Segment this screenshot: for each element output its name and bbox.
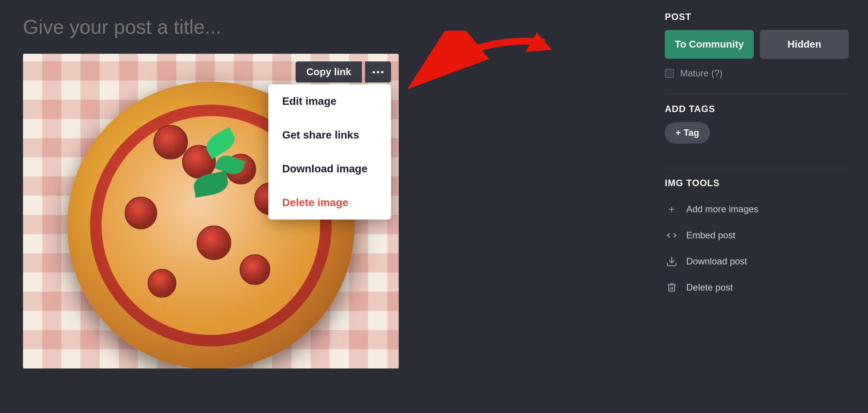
tags-section: ADD TAGS + Tag — [665, 104, 849, 159]
add-more-images-item[interactable]: + Add more images — [665, 196, 849, 222]
post-title-input[interactable] — [23, 15, 368, 38]
pepperoni — [197, 226, 231, 260]
add-more-images-label: Add more images — [686, 204, 758, 215]
download-post-label: Download post — [686, 256, 747, 267]
main-layout: Copy link Edit image Get share links Dow… — [0, 0, 868, 413]
download-post-item[interactable]: Download post — [665, 248, 849, 274]
pepperoni — [240, 254, 270, 285]
add-tags-label: ADD TAGS — [665, 104, 849, 114]
hidden-button[interactable]: Hidden — [760, 30, 849, 59]
image-toolbar: Copy link — [296, 61, 391, 83]
delete-post-label: Delete post — [686, 282, 733, 293]
delete-post-item[interactable]: Delete post — [665, 274, 849, 301]
section-divider-2 — [665, 168, 849, 169]
download-image-item[interactable]: Download image — [268, 152, 391, 186]
embed-post-item[interactable]: Embed post — [665, 222, 849, 248]
img-tools-label: IMG TOOLS — [665, 178, 849, 188]
post-buttons: To Community Hidden — [665, 30, 849, 59]
post-section-label: POST — [665, 12, 849, 22]
download-icon — [665, 254, 679, 268]
plus-icon: + — [665, 202, 679, 216]
delete-image-item[interactable]: Delete image — [268, 186, 391, 220]
dot-1 — [373, 71, 375, 73]
mature-row: Mature (?) — [665, 68, 849, 79]
mature-label: Mature (?) — [680, 68, 723, 79]
post-section: POST To Community Hidden Mature (?) — [665, 12, 849, 79]
more-options-button[interactable] — [365, 61, 391, 83]
pepperoni — [148, 269, 176, 297]
dot-2 — [377, 71, 379, 73]
content-area: Copy link Edit image Get share links Dow… — [0, 0, 646, 413]
get-share-links-item[interactable]: Get share links — [268, 118, 391, 152]
image-container: Copy link Edit image Get share links Dow… — [23, 54, 399, 368]
copy-link-button[interactable]: Copy link — [296, 61, 362, 83]
context-menu: Edit image Get share links Download imag… — [268, 84, 391, 220]
embed-post-label: Embed post — [686, 230, 735, 241]
add-tag-button[interactable]: + Tag — [665, 122, 710, 144]
img-tools-section: IMG TOOLS + Add more images Embed post — [665, 178, 849, 301]
sidebar: POST To Community Hidden Mature (?) ADD … — [646, 0, 868, 413]
pepperoni — [125, 197, 157, 230]
community-button[interactable]: To Community — [665, 30, 754, 59]
mature-checkbox[interactable] — [665, 69, 674, 78]
embed-icon — [665, 228, 679, 242]
dot-3 — [381, 71, 383, 73]
trash-icon — [665, 281, 679, 294]
edit-image-item[interactable]: Edit image — [268, 84, 391, 118]
pepperoni — [153, 125, 188, 159]
section-divider-1 — [665, 94, 849, 94]
